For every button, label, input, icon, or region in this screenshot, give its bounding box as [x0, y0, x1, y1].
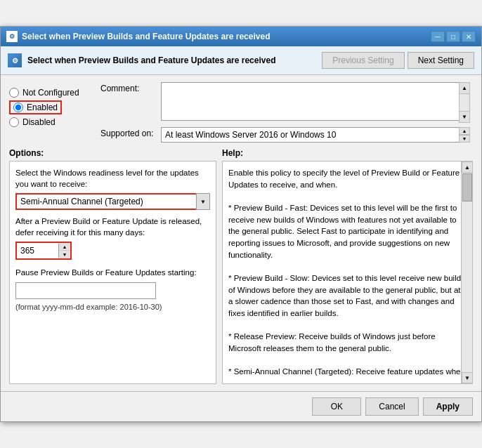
main-window: ⚙ Select when Preview Builds and Feature…	[0, 26, 482, 422]
help-text: Enable this policy to specify the level …	[228, 167, 467, 378]
header-title-text: Select when Preview Builds and Feature U…	[27, 55, 275, 65]
radio-section: Not Configured Enabled Disabled	[9, 88, 100, 127]
close-button[interactable]: ✕	[462, 31, 476, 42]
right-fields: Comment: ▲ ▼ Supported on: At	[100, 82, 473, 143]
header-icon: ⚙	[8, 53, 22, 67]
supported-label: Supported on:	[100, 127, 157, 138]
help-para-5: * Semi-Annual Channel (Targeted): Receiv…	[228, 366, 467, 378]
comment-scrollbar: ▲ ▼	[459, 82, 470, 123]
header-title-area: ⚙ Select when Preview Builds and Feature…	[8, 53, 322, 67]
help-para-1: Enable this policy to specify the level …	[228, 167, 467, 190]
radio-column: Not Configured Enabled Disabled	[9, 82, 100, 143]
help-para-4: * Release Preview: Receive builds of Win…	[228, 331, 467, 354]
radio-enabled-input[interactable]	[13, 103, 23, 112]
comment-scroll-up[interactable]: ▲	[460, 83, 469, 94]
panels-row: Select the Windows readiness level for t…	[9, 161, 473, 384]
title-bar-left: ⚙ Select when Preview Builds and Feature…	[6, 31, 270, 42]
radio-enabled[interactable]: Enabled	[9, 100, 62, 114]
spin-up-button[interactable]: ▲	[59, 243, 70, 251]
defer-label-text: After a Preview Build or Feature Update …	[15, 216, 210, 238]
readiness-label-text: Select the Windows readiness level for t…	[15, 167, 210, 190]
header-bar: ⚙ Select when Preview Builds and Feature…	[1, 46, 481, 75]
window-icon: ⚙	[6, 31, 18, 42]
pause-date-input[interactable]	[15, 282, 156, 299]
help-scroll-down[interactable]: ▼	[462, 372, 473, 383]
channel-select-wrapper: Semi-Annual Channel (Targeted) Semi-Annu…	[15, 193, 210, 210]
help-scroll-up[interactable]: ▲	[462, 162, 473, 173]
radio-disabled-input[interactable]	[9, 117, 19, 127]
section-labels-row: Options: Help:	[9, 148, 473, 158]
help-header: Help:	[222, 148, 473, 158]
spin-buttons: ▲ ▼	[59, 243, 70, 258]
radio-enabled-label: Enabled	[27, 103, 58, 112]
spin-down-button[interactable]: ▼	[59, 251, 70, 258]
minimize-button[interactable]: ─	[431, 31, 445, 42]
top-area: Not Configured Enabled Disabled Comment:	[9, 82, 473, 143]
supported-scroll-down[interactable]: ▼	[460, 135, 469, 142]
comment-field-wrapper: ▲ ▼	[161, 82, 470, 123]
help-panel: Enable this policy to specify the level …	[222, 161, 473, 384]
pause-label-text: Pause Preview Builds or Feature Updates …	[15, 267, 210, 278]
supported-value: At least Windows Server 2016 or Windows …	[161, 127, 470, 143]
options-header: Options:	[9, 148, 216, 158]
radio-disabled-label: Disabled	[22, 117, 56, 127]
days-input[interactable]	[17, 244, 59, 258]
supported-scroll-up[interactable]: ▲	[460, 128, 469, 135]
next-setting-button[interactable]: Next Setting	[408, 52, 474, 69]
options-panel: Select the Windows readiness level for t…	[9, 161, 216, 384]
previous-setting-button[interactable]: Previous Setting	[322, 52, 404, 69]
radio-not-configured-input[interactable]	[9, 88, 19, 98]
help-para-3: * Preview Build - Slow: Devices set to t…	[228, 272, 467, 319]
help-para-2: * Preview Build - Fast: Devices set to t…	[228, 202, 467, 261]
title-bar-controls: ─ □ ✕	[431, 31, 476, 42]
window-title: Select when Preview Builds and Feature U…	[22, 32, 270, 41]
help-scroll-track	[462, 173, 472, 372]
main-content: Not Configured Enabled Disabled Comment:	[1, 75, 481, 391]
comment-scroll-track	[460, 94, 469, 111]
supported-scrollbar: ▲ ▼	[459, 127, 470, 143]
comment-textarea[interactable]	[161, 82, 470, 121]
title-bar: ⚙ Select when Preview Builds and Feature…	[1, 27, 481, 46]
radio-not-configured-label: Not Configured	[22, 88, 79, 98]
apply-button[interactable]: Apply	[423, 397, 473, 416]
comment-row: Comment: ▲ ▼	[100, 82, 473, 123]
header-buttons: Previous Setting Next Setting	[322, 52, 474, 69]
help-section-label: Help:	[222, 148, 243, 158]
ok-button[interactable]: OK	[312, 397, 361, 416]
format-hint-text: (format yyyy-mm-dd example: 2016-10-30)	[15, 303, 162, 311]
cancel-button[interactable]: Cancel	[365, 397, 418, 416]
supported-row: Supported on: At least Windows Server 20…	[100, 127, 473, 143]
comment-scroll-down[interactable]: ▼	[460, 111, 469, 122]
supported-field-wrapper: At least Windows Server 2016 or Windows …	[161, 127, 470, 143]
help-scroll-thumb[interactable]	[462, 173, 472, 202]
bottom-bar: OK Cancel Apply	[1, 391, 481, 421]
channel-select[interactable]: Semi-Annual Channel (Targeted) Semi-Annu…	[15, 193, 210, 210]
radio-not-configured[interactable]: Not Configured	[9, 88, 100, 98]
days-input-wrapper: ▲ ▼	[15, 242, 72, 260]
radio-disabled[interactable]: Disabled	[9, 117, 100, 127]
help-scrollbar: ▲ ▼	[461, 162, 472, 383]
comment-label: Comment:	[100, 82, 157, 93]
options-section-label: Options:	[9, 148, 44, 158]
maximize-button[interactable]: □	[446, 31, 460, 42]
